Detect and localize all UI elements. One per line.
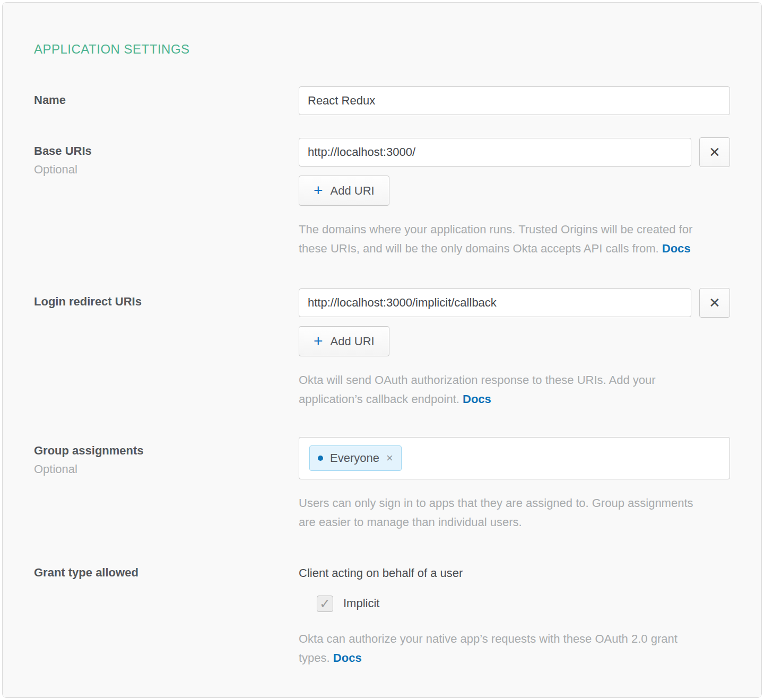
remove-base-uri-button[interactable]: ✕: [699, 137, 730, 167]
implicit-checkbox-row: ✓ Implicit: [317, 596, 730, 612]
add-uri-label: Add URI: [331, 184, 375, 198]
base-uris-label: Base URIs: [34, 144, 299, 158]
base-uris-help: The domains where your application runs.…: [299, 220, 702, 258]
login-redirect-uris-help: Okta will send OAuth authorization respo…: [299, 371, 702, 409]
implicit-checkbox-label: Implicit: [343, 597, 379, 610]
group-icon: [318, 456, 323, 461]
form-row-grant-type: Grant type allowed Client acting on beha…: [34, 566, 730, 668]
section-title: APPLICATION SETTINGS: [34, 42, 730, 57]
close-icon: ✕: [709, 296, 720, 310]
close-icon: ✕: [709, 145, 720, 159]
add-base-uri-button[interactable]: + Add URI: [299, 176, 389, 206]
form-row-name: Name: [34, 86, 730, 115]
form-row-base-uris: Base URIs Optional ✕ + Add URI The domai…: [34, 137, 730, 258]
grant-type-label: Grant type allowed: [34, 566, 299, 580]
group-assignments-label: Group assignments: [34, 444, 299, 458]
application-settings-card: APPLICATION SETTINGS Name Base URIs Opti…: [2, 2, 762, 698]
group-assignments-help: Users can only sign in to apps that they…: [299, 494, 702, 532]
group-assignments-optional-label: Optional: [34, 462, 299, 476]
login-redirect-uris-docs-link[interactable]: Docs: [463, 392, 491, 406]
base-uris-docs-link[interactable]: Docs: [662, 242, 691, 255]
add-uri-label: Add URI: [331, 335, 375, 348]
group-chip-everyone[interactable]: Everyone ×: [309, 445, 402, 471]
grant-type-docs-link[interactable]: Docs: [333, 651, 362, 664]
group-chip-label: Everyone: [330, 451, 379, 465]
form-row-group-assignments: Group assignments Optional Everyone × Us…: [34, 437, 730, 532]
login-redirect-uris-label: Login redirect URIs: [34, 295, 299, 309]
login-redirect-uri-input[interactable]: [299, 288, 691, 317]
plus-icon: +: [314, 333, 323, 349]
remove-login-redirect-uri-button[interactable]: ✕: [699, 288, 730, 318]
chip-remove-icon[interactable]: ×: [386, 452, 393, 464]
add-login-redirect-uri-button[interactable]: + Add URI: [299, 326, 389, 356]
plus-icon: +: [314, 182, 323, 198]
form-row-login-redirect-uris: Login redirect URIs ✕ + Add URI Okta wil…: [34, 288, 730, 409]
name-input[interactable]: [299, 86, 730, 115]
base-uris-optional-label: Optional: [34, 163, 299, 177]
implicit-checkbox[interactable]: ✓: [317, 596, 333, 612]
name-label: Name: [34, 93, 299, 107]
checkmark-icon: ✓: [319, 597, 331, 610]
group-assignments-input[interactable]: Everyone ×: [299, 437, 730, 479]
grant-type-heading: Client acting on behalf of a user: [299, 566, 730, 581]
grant-type-help: Okta can authorize your native app’s req…: [299, 629, 702, 668]
base-uri-input[interactable]: [299, 138, 691, 167]
